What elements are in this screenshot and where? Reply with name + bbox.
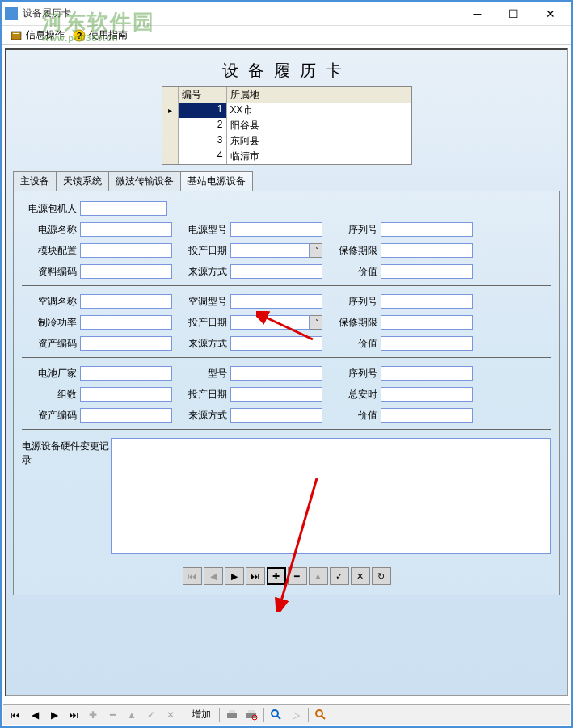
- input-warranty1[interactable]: [381, 243, 473, 258]
- input-owner[interactable]: [80, 201, 167, 216]
- tab-microwave[interactable]: 微波传输设备: [108, 171, 181, 191]
- input-amphour[interactable]: [381, 387, 473, 402]
- bottom-prev-button[interactable]: ◀: [26, 707, 44, 723]
- input-ac-model[interactable]: [230, 294, 322, 309]
- input-ac-serial[interactable]: [381, 294, 473, 309]
- input-warranty2[interactable]: [381, 315, 473, 330]
- maximize-button[interactable]: ☐: [495, 2, 532, 25]
- bottom-cancel-icon[interactable]: ✕: [162, 707, 179, 723]
- svg-rect-6: [227, 713, 237, 718]
- table-row[interactable]: 2 阳谷县: [162, 118, 411, 133]
- date-picker-icon[interactable]: ⁝˅: [310, 315, 322, 330]
- record-navigator: ⏮ ◀ ▶ ⏭ ✚ ━ ▲ ✓ ✕ ↻: [22, 567, 551, 585]
- date-picker-icon[interactable]: ⁝˅: [310, 243, 322, 258]
- nav-next-button[interactable]: ▶: [225, 567, 244, 585]
- menu-info[interactable]: 信息操作: [5, 27, 68, 44]
- input-battery-model[interactable]: [230, 366, 322, 381]
- input-ac-name[interactable]: [80, 294, 172, 309]
- input-battery-maker[interactable]: [80, 366, 172, 381]
- bottom-first-button[interactable]: ⏮: [6, 707, 24, 723]
- print-icon[interactable]: [223, 707, 241, 723]
- nav-prev-button[interactable]: ◀: [204, 567, 223, 585]
- input-power-serial[interactable]: [381, 222, 473, 237]
- nav-last-button[interactable]: ⏭: [246, 567, 265, 585]
- help-icon: ?: [71, 28, 87, 43]
- svg-text:?: ?: [77, 31, 82, 40]
- input-matcode[interactable]: [80, 264, 172, 279]
- menu-guide[interactable]: ? 使用指南: [68, 27, 131, 44]
- info-icon: [8, 28, 24, 43]
- svg-rect-0: [11, 32, 21, 40]
- input-assetcode2[interactable]: [80, 336, 172, 351]
- bottom-add-button[interactable]: 增加: [187, 706, 216, 723]
- bottom-confirm-icon[interactable]: ✓: [142, 707, 160, 723]
- input-groups[interactable]: [80, 387, 172, 402]
- table-row[interactable]: 4 临清市: [162, 149, 411, 164]
- bottom-remove-icon[interactable]: ━: [103, 707, 121, 723]
- input-proddate1[interactable]: [230, 243, 310, 258]
- input-source1[interactable]: [230, 264, 322, 279]
- textarea-changelog[interactable]: [111, 438, 551, 554]
- label-changelog: 电源设备硬件变更记录: [22, 438, 111, 467]
- bottom-add-icon[interactable]: ✚: [84, 707, 102, 723]
- input-value2[interactable]: [381, 336, 473, 351]
- table-row[interactable]: ▸ 1 XX市: [162, 103, 411, 118]
- form-title: 设备履历卡: [13, 57, 560, 86]
- table-row[interactable]: 3 东阿县: [162, 133, 411, 149]
- nav-cancel-button[interactable]: ✕: [351, 567, 370, 585]
- svg-rect-7: [229, 710, 235, 713]
- tab-panel: 电源包机人 电源名称 电源型号 序列号 模块配置 投产日期 ⁝˅ 保修: [13, 191, 560, 595]
- zoom-icon[interactable]: [312, 707, 330, 723]
- location-grid[interactable]: 编号 所属地 ▸ 1 XX市 2 阳谷县 3 东阿县 4 临清市: [162, 86, 412, 165]
- tab-power-equipment[interactable]: 基站电源设备: [180, 171, 253, 191]
- bottom-toolbar: ⏮ ◀ ▶ ⏭ ✚ ━ ▲ ✓ ✕ 增加 ▷: [3, 704, 570, 725]
- menu-bar: 信息操作 ? 使用指南: [2, 26, 571, 45]
- print-preview-icon[interactable]: [242, 707, 260, 723]
- svg-line-14: [322, 716, 325, 719]
- nav-add-button[interactable]: ✚: [267, 567, 286, 585]
- input-proddate3[interactable]: [230, 387, 322, 402]
- form-card: 设备履历卡 编号 所属地 ▸ 1 XX市 2 阳谷县 3 东阿县: [5, 48, 568, 696]
- bottom-last-button[interactable]: ⏭: [65, 707, 82, 723]
- bottom-next-button[interactable]: ▶: [45, 707, 63, 723]
- input-power-model[interactable]: [230, 222, 322, 237]
- input-value3[interactable]: [381, 408, 473, 423]
- title-bar: 设备履历卡 ─ ☐ ✕: [2, 2, 571, 26]
- grid-header-loc: 所属地: [227, 87, 411, 103]
- app-icon: [5, 7, 18, 20]
- svg-line-12: [277, 716, 280, 719]
- nav-refresh-button[interactable]: ↻: [372, 567, 391, 585]
- nav-edit-button[interactable]: ▲: [309, 567, 328, 585]
- play-icon[interactable]: ▷: [287, 707, 305, 723]
- input-value1[interactable]: [381, 264, 473, 279]
- search-icon[interactable]: [268, 707, 285, 723]
- tab-antenna-system[interactable]: 天馈系统: [56, 171, 109, 191]
- svg-point-11: [272, 710, 278, 717]
- input-module[interactable]: [80, 243, 172, 258]
- svg-rect-9: [248, 710, 255, 713]
- minimize-button[interactable]: ─: [459, 2, 495, 25]
- input-source3[interactable]: [230, 408, 322, 423]
- input-cool-power[interactable]: [80, 315, 172, 330]
- input-assetcode3[interactable]: [80, 408, 172, 423]
- tab-main-equipment[interactable]: 主设备: [13, 171, 57, 191]
- input-power-name[interactable]: [80, 222, 172, 237]
- input-proddate2[interactable]: [230, 315, 310, 330]
- svg-rect-1: [13, 33, 19, 34]
- grid-header-id: 编号: [179, 87, 227, 103]
- close-button[interactable]: ✕: [532, 2, 568, 25]
- input-battery-serial[interactable]: [381, 366, 473, 381]
- row-marker-icon: ▸: [162, 103, 179, 118]
- nav-first-button[interactable]: ⏮: [183, 567, 202, 585]
- bottom-edit-icon[interactable]: ▲: [123, 707, 141, 723]
- nav-confirm-button[interactable]: ✓: [330, 567, 349, 585]
- svg-point-13: [316, 710, 322, 717]
- label-owner: 电源包机人: [22, 202, 80, 216]
- nav-remove-button[interactable]: ━: [288, 567, 307, 585]
- input-source2[interactable]: [230, 336, 322, 351]
- window-title: 设备履历卡: [23, 6, 459, 20]
